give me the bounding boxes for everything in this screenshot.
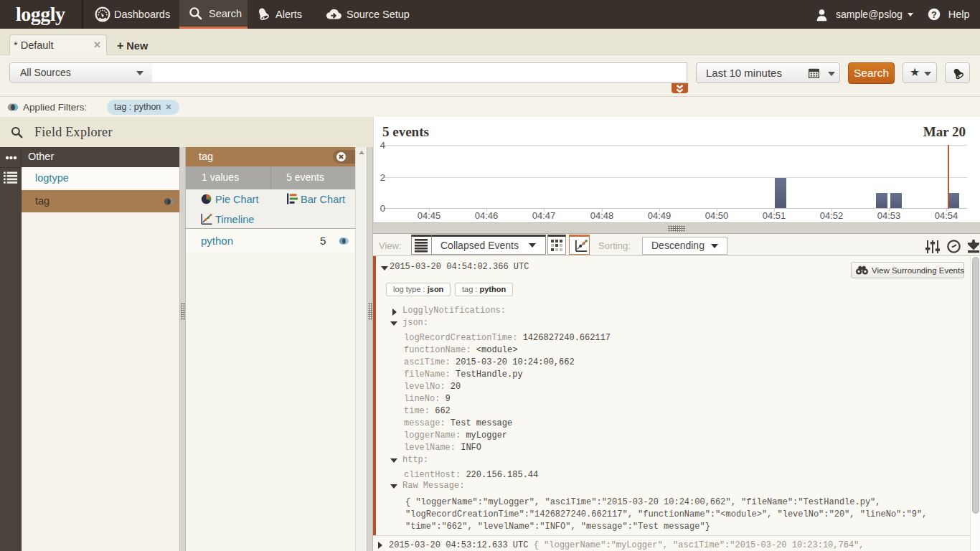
svg-text:?: ? bbox=[931, 9, 937, 20]
